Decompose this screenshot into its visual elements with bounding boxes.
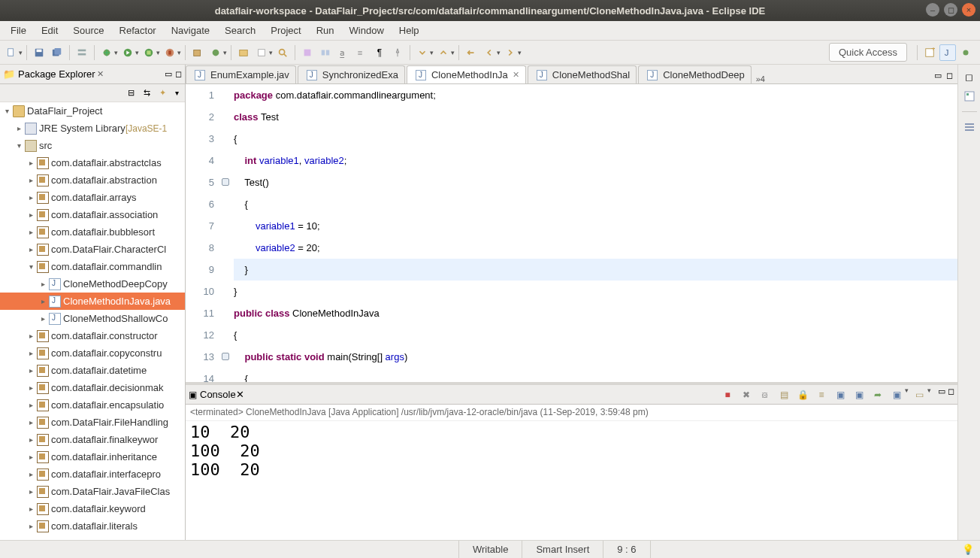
tip-icon[interactable]: 💡 <box>962 544 974 555</box>
next-annotation-button[interactable] <box>414 44 431 61</box>
view-menu-button[interactable]: ▾ <box>171 86 182 100</box>
new-button[interactable] <box>3 44 20 61</box>
search-button[interactable] <box>274 44 291 61</box>
console-minimize-icon[interactable]: ▭ <box>938 387 945 403</box>
open-console-button[interactable]: ▣ <box>888 387 905 403</box>
collapse-all-button[interactable]: ⊟ <box>124 86 138 100</box>
remove-all-button[interactable]: ⦻ <box>757 387 773 403</box>
tree-item[interactable]: com.DataFlair.CharacterCl <box>0 241 185 258</box>
show-whitespace-button[interactable]: a̲ <box>335 44 352 61</box>
tree-item[interactable]: CloneMethodInJava.java <box>0 293 185 310</box>
console-maximize-icon[interactable]: ◻ <box>948 387 954 403</box>
toggle-block-button[interactable] <box>317 44 334 61</box>
tree-item[interactable]: com.dataflair.commandlin <box>0 258 185 275</box>
tree-item[interactable]: JRE System Library [JavaSE-1 <box>0 120 185 137</box>
quick-access-input[interactable]: Quick Access <box>829 43 907 62</box>
editor-tab[interactable]: EnumExample.jav <box>186 65 296 83</box>
editor-tab[interactable]: CloneMethodDeep <box>638 65 751 83</box>
remove-launch-button[interactable]: ✖ <box>738 387 755 403</box>
scroll-lock-button[interactable]: 🔒 <box>794 387 811 403</box>
clear-console-button[interactable]: ▤ <box>776 387 792 403</box>
tree-item[interactable]: com.dataflair.arrays <box>0 189 185 206</box>
tree-item[interactable]: com.dataflair.association <box>0 206 185 223</box>
run-button[interactable] <box>119 44 136 61</box>
menu-file[interactable]: File <box>5 23 32 38</box>
tree-item[interactable]: com.dataflair.datetime <box>0 362 185 379</box>
tree-item[interactable]: DataFlair_Project <box>0 102 185 120</box>
save-all-button[interactable] <box>49 44 65 61</box>
view-minimize-icon[interactable]: ▭ <box>165 69 172 79</box>
java-perspective-button[interactable]: J <box>939 44 956 61</box>
console-close-icon[interactable]: ✕ <box>236 389 244 400</box>
tree-item[interactable]: com.dataflair.bubblesort <box>0 223 185 241</box>
forward-button[interactable] <box>502 44 519 61</box>
menu-navigate[interactable]: Navigate <box>165 23 216 38</box>
menu-search[interactable]: Search <box>219 23 262 38</box>
code-editor[interactable]: 1234567891011121314 package com.dataflai… <box>186 84 957 382</box>
editor-tabs-overflow[interactable]: »4 <box>756 74 765 83</box>
open-task-button[interactable] <box>253 44 270 61</box>
tree-item[interactable]: com.dataflair.abstraction <box>0 171 185 189</box>
menu-help[interactable]: Help <box>393 23 425 38</box>
display-selected-button[interactable]: ▣ <box>851 387 867 403</box>
editor-maximize-icon[interactable]: ◻ <box>946 71 953 80</box>
editor-tab[interactable]: CloneMethodInJa✕ <box>407 65 526 83</box>
menu-edit[interactable]: Edit <box>35 23 64 38</box>
focus-task-button[interactable]: ✦ <box>156 86 169 100</box>
word-wrap-button[interactable]: ≡ <box>353 44 370 61</box>
tree-item[interactable]: com.dataflair.finalkeywor <box>0 431 185 448</box>
view-maximize-icon[interactable]: ◻ <box>175 69 182 79</box>
back-button[interactable] <box>481 44 498 61</box>
tree-item[interactable]: com.dataflair.literals <box>0 517 185 535</box>
terminate-button[interactable]: ■ <box>719 387 736 403</box>
tree-item[interactable]: CloneMethodShallowCo <box>0 310 185 327</box>
tree-item[interactable]: src <box>0 137 185 154</box>
restore-icon[interactable]: ◻ <box>962 69 977 84</box>
debug-button[interactable] <box>98 44 115 61</box>
project-tree[interactable]: DataFlair_ProjectJRE System Library [Jav… <box>0 102 185 540</box>
menu-source[interactable]: Source <box>67 23 110 38</box>
tree-item[interactable]: com.dataflair.keyword <box>0 500 185 517</box>
editor-tab[interactable]: SynchronizedExa <box>298 65 405 83</box>
pilcrow-button[interactable]: ¶ <box>371 44 388 61</box>
toggle-breadcrumb-button[interactable] <box>74 44 90 61</box>
last-edit-button[interactable] <box>463 44 479 61</box>
minimize-button[interactable]: – <box>926 3 939 17</box>
maximize-button[interactable]: ◻ <box>944 3 957 17</box>
view-close-icon[interactable]: ✕ <box>97 69 104 79</box>
tree-item[interactable]: com.dataflair.inheritance <box>0 448 185 466</box>
menu-run[interactable]: Run <box>310 23 340 38</box>
editor-tab[interactable]: CloneMethodShal <box>528 65 637 83</box>
menu-refactor[interactable]: Refactor <box>113 23 162 38</box>
debug-perspective-button[interactable] <box>957 44 974 61</box>
tree-item[interactable]: com.dataflair.copyconstru <box>0 344 185 362</box>
show-console-button[interactable]: ▣ <box>832 387 848 403</box>
task-list-icon[interactable] <box>962 120 977 135</box>
link-editor-button[interactable]: ⇆ <box>140 86 153 100</box>
editor-minimize-icon[interactable]: ▭ <box>934 71 942 80</box>
tree-item[interactable]: com.dataflair.interfacepro <box>0 466 185 483</box>
tree-item[interactable]: com.DataFlair.JavaFileClas <box>0 483 185 500</box>
tree-item[interactable]: CloneMethodDeepCopy <box>0 275 185 293</box>
external-tools-button[interactable] <box>162 44 178 61</box>
new-console-button[interactable]: ▭ <box>911 387 927 403</box>
open-type-button[interactable] <box>235 44 252 61</box>
tree-item[interactable]: com.dataflair.constructor <box>0 327 185 344</box>
open-perspective-button[interactable]: + <box>921 44 938 61</box>
tree-item[interactable]: com.DataFlair.FileHandling <box>0 414 185 431</box>
coverage-button[interactable] <box>141 44 157 61</box>
new-class-button[interactable] <box>207 44 224 61</box>
tree-item[interactable]: com.dataflair.decisionmak <box>0 379 185 396</box>
word-wrap-console-button[interactable]: ≡ <box>813 387 830 403</box>
close-button[interactable]: × <box>962 3 975 17</box>
new-package-button[interactable] <box>189 44 206 61</box>
console-output[interactable]: 10 20 100 20 100 20 <box>186 421 957 540</box>
pin-button[interactable] <box>389 44 406 61</box>
pin-console-button[interactable]: ➦ <box>870 387 886 403</box>
tree-item[interactable]: com.dataflair.encapsulatio <box>0 396 185 414</box>
save-button[interactable] <box>31 44 47 61</box>
toggle-mark-button[interactable] <box>299 44 316 61</box>
tree-item[interactable]: com.dataflair.abstractclas <box>0 154 185 171</box>
menu-project[interactable]: Project <box>265 23 307 38</box>
prev-annotation-button[interactable] <box>435 44 452 61</box>
